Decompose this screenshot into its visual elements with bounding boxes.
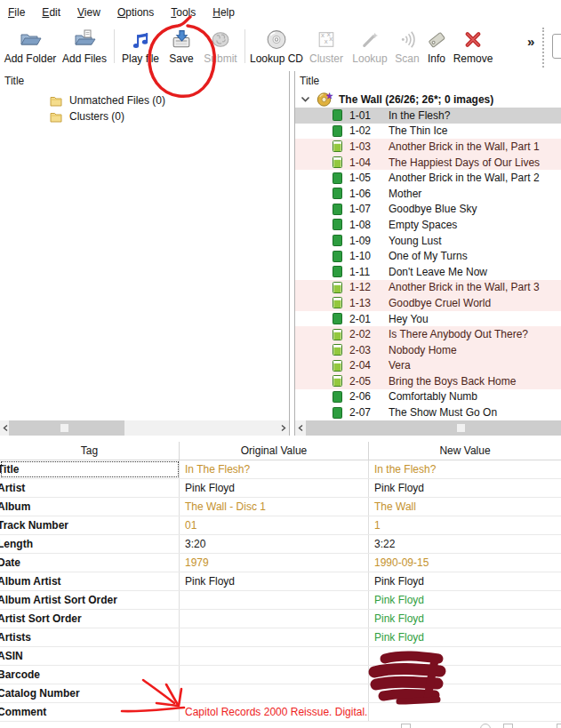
track-row[interactable]: 2-03Nobody Home — [295, 342, 561, 358]
original-value-cell[interactable] — [180, 628, 369, 646]
original-value-cell[interactable]: The Wall - Disc 1 — [180, 498, 369, 516]
tag-row-artist[interactable]: ArtistPink FloydPink Floyd — [0, 479, 561, 498]
tag-name-cell[interactable]: Album Artist Sort Order — [0, 591, 180, 609]
track-row[interactable]: 1-12Another Brick in the Wall, Part 3 — [295, 280, 561, 296]
new-value-cell[interactable] — [369, 647, 561, 665]
track-row[interactable]: 2-01Hey You — [295, 311, 561, 327]
tag-row-length[interactable]: Length3:203:22 — [0, 535, 561, 554]
scroll-right-arrow[interactable] — [277, 420, 288, 436]
track-row[interactable]: 1-13Goodbye Cruel World — [295, 295, 561, 311]
toolbar-overflow-chevron[interactable]: » — [527, 34, 534, 49]
new-value-cell[interactable]: Pink Floyd — [369, 610, 561, 628]
search-box-edge[interactable] — [552, 34, 561, 59]
album-pane-title-header[interactable]: Title — [295, 71, 561, 91]
track-row[interactable]: 1-01In the Flesh? — [295, 108, 561, 124]
toolbar-button-remove[interactable]: Remove — [450, 25, 496, 65]
toolbar-button-cluster[interactable]: xxxxCluster — [304, 25, 349, 65]
track-row[interactable]: 1-11Don't Leave Me Now — [295, 264, 561, 280]
track-row[interactable]: 2-06Comfortably Numb — [295, 389, 561, 405]
scroll-left-arrow[interactable] — [295, 420, 306, 436]
tag-row-album[interactable]: AlbumThe Wall - Disc 1The Wall — [0, 498, 561, 516]
tag-name-cell[interactable]: Barcode — [0, 666, 180, 684]
menu-item-edit[interactable]: Edit — [35, 3, 68, 22]
chevron-expanded-icon[interactable] — [301, 96, 310, 103]
toolbar-button-submit[interactable]: Submit — [200, 25, 241, 65]
new-value-cell[interactable]: Pink Floyd — [369, 479, 561, 497]
track-row[interactable]: 1-10One of My Turns — [295, 248, 561, 264]
file-pane-title-header[interactable]: Title — [0, 71, 289, 91]
original-value-cell[interactable] — [180, 610, 369, 628]
new-value-cell[interactable]: 1 — [369, 516, 561, 534]
original-value-cell[interactable]: 1979 — [180, 554, 369, 572]
original-value-cell[interactable]: 01 — [180, 516, 369, 534]
tag-name-cell[interactable]: Artist — [0, 479, 180, 497]
menu-item-help[interactable]: Help — [205, 3, 242, 22]
tag-row-artist-sort-order[interactable]: Artist Sort OrderPink Floyd — [0, 610, 561, 628]
menu-item-file[interactable]: File — [1, 3, 32, 22]
tag-row-catalog-number[interactable]: Catalog Number — [0, 684, 561, 703]
track-row[interactable]: 1-02The Thin Ice — [295, 124, 561, 140]
tag-name-cell[interactable]: Album Artist — [0, 572, 180, 590]
scroll-thumb[interactable] — [9, 420, 124, 436]
new-value-cell[interactable]: Pink Floyd — [369, 628, 561, 646]
toolbar-button-save[interactable]: Save — [163, 25, 200, 65]
new-value-cell[interactable]: In the Flesh? — [369, 460, 561, 478]
album-row[interactable]: ★ The Wall (26/26; 26*; 0 images) — [295, 91, 561, 108]
track-row[interactable]: 2-07The Show Must Go On — [295, 404, 561, 420]
toolbar-button-scan[interactable]: Scan — [391, 25, 423, 65]
menu-item-view[interactable]: View — [70, 3, 108, 22]
track-row[interactable]: 2-04Vera — [295, 358, 561, 374]
tag-name-cell[interactable]: Date — [0, 554, 180, 572]
toolbar-button-lookup-cd[interactable]: Lookup CD — [249, 25, 304, 65]
toolbar-button-add-files[interactable]: Add Files — [59, 25, 110, 65]
original-value-cell[interactable]: Pink Floyd — [180, 479, 369, 497]
original-value-cell[interactable] — [180, 684, 369, 702]
toolbar-button-add-folder[interactable]: Add Folder — [2, 25, 59, 65]
new-value-cell[interactable]: The Wall — [369, 498, 561, 516]
new-value-cell[interactable] — [369, 666, 561, 684]
original-value-cell[interactable]: Capitol Records 2000 Reissue. Digital... — [180, 703, 369, 721]
menu-item-options[interactable]: Options — [110, 3, 161, 22]
tag-row-barcode[interactable]: Barcode — [0, 666, 561, 684]
original-value-cell[interactable] — [180, 591, 369, 609]
new-value-cell[interactable]: Pink Floyd — [369, 572, 561, 590]
tag-name-cell[interactable]: Length — [0, 535, 180, 553]
tag-row-comment[interactable]: CommentCapitol Records 2000 Reissue. Dig… — [0, 703, 561, 722]
track-row[interactable]: 1-05Another Brick in the Wall, Part 2 — [295, 170, 561, 186]
original-value-cell[interactable]: 3:20 — [180, 535, 369, 553]
tag-row-album-artist[interactable]: Album ArtistPink FloydPink Floyd — [0, 572, 561, 591]
column-header-original-value[interactable]: Original Value — [180, 442, 369, 460]
tag-name-cell[interactable]: Album — [0, 498, 180, 516]
tag-row-date[interactable]: Date19791990-09-15 — [0, 554, 561, 572]
original-value-cell[interactable] — [180, 647, 369, 665]
new-value-cell[interactable] — [369, 684, 561, 702]
album-pane-hscrollbar[interactable] — [295, 420, 561, 436]
toolbar-button-play-file[interactable]: Play file — [118, 25, 163, 65]
track-row[interactable]: 1-09Young Lust — [295, 233, 561, 249]
file-pane-item[interactable]: Clusters (0) — [0, 108, 289, 124]
original-value-cell[interactable]: In The Flesh? — [180, 460, 369, 478]
tag-name-cell[interactable]: Track Number — [0, 516, 180, 534]
toolbar-grip-handle[interactable] — [542, 28, 544, 68]
tag-row-artists[interactable]: ArtistsPink Floyd — [0, 628, 561, 647]
track-row[interactable]: 1-07Goodbye Blue Sky — [295, 202, 561, 218]
new-value-cell[interactable]: Pink Floyd — [369, 591, 561, 609]
tag-name-cell[interactable]: ASIN — [0, 647, 180, 665]
file-pane-hscrollbar[interactable] — [0, 420, 289, 436]
new-value-cell[interactable]: 3:22 — [369, 535, 561, 553]
toolbar-button-info[interactable]: Info — [423, 25, 450, 65]
track-row[interactable]: 1-06Mother — [295, 186, 561, 202]
tag-row-title[interactable]: TitleIn The Flesh?In the Flesh? — [0, 460, 561, 479]
tag-name-cell[interactable]: Artists — [0, 628, 180, 646]
column-header-tag[interactable]: Tag — [0, 442, 180, 460]
scroll-thumb[interactable] — [306, 420, 561, 436]
track-row[interactable]: 1-08Empty Spaces — [295, 217, 561, 233]
track-row[interactable]: 1-04The Happiest Days of Our Lives — [295, 155, 561, 171]
tag-name-cell[interactable]: Title — [0, 460, 180, 478]
tag-name-cell[interactable]: Catalog Number — [0, 684, 180, 702]
tag-name-cell[interactable]: Comment — [0, 703, 180, 721]
track-row[interactable]: 2-05Bring the Boys Back Home — [295, 373, 561, 389]
tag-row-album-artist-sort-order[interactable]: Album Artist Sort OrderPink Floyd — [0, 591, 561, 610]
tag-name-cell[interactable]: Artist Sort Order — [0, 610, 180, 628]
track-row[interactable]: 2-02Is There Anybody Out There? — [295, 326, 561, 342]
